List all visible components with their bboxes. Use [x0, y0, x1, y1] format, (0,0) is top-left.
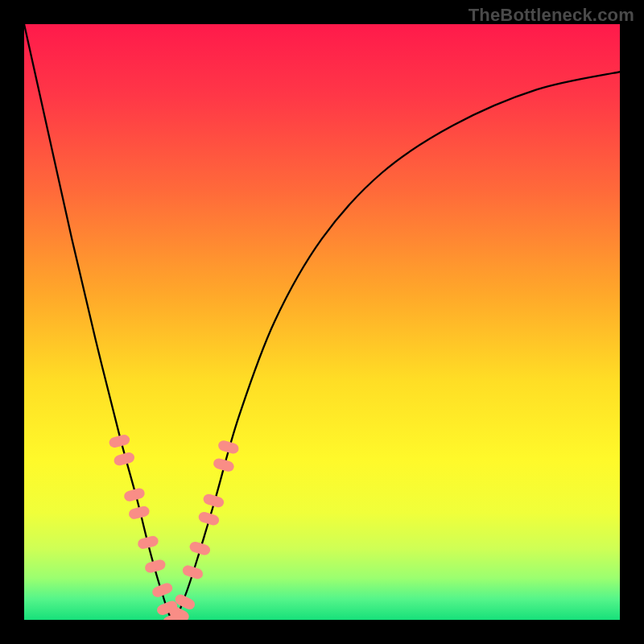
dash-marker — [108, 434, 130, 449]
dash-marker — [188, 540, 212, 556]
dash-marker — [181, 564, 204, 581]
plot-area — [24, 24, 620, 620]
chart-frame: TheBottleneck.com — [0, 0, 644, 644]
curve-layer — [24, 24, 620, 620]
marker-group — [108, 434, 240, 620]
bottleneck-curve-path — [24, 24, 620, 620]
dash-marker — [128, 505, 151, 520]
watermark-text: TheBottleneck.com — [469, 5, 634, 26]
dash-marker — [137, 535, 159, 550]
